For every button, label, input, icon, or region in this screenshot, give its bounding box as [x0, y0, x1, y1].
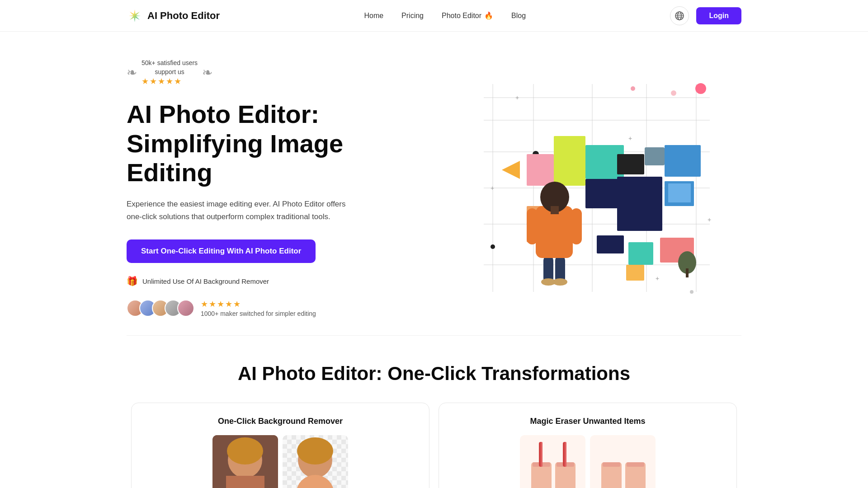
svg-point-64 [227, 437, 263, 465]
svg-rect-49 [645, 147, 665, 165]
magic-eraser-card: Magic Eraser Unwanted Items [439, 403, 737, 488]
svg-point-26 [690, 290, 693, 294]
nav-blog[interactable]: Blog [511, 12, 526, 20]
fire-icon: 🔥 [484, 11, 493, 20]
login-button[interactable]: Login [696, 7, 741, 24]
svg-rect-48 [668, 183, 691, 202]
hero-description: Experience the easiest image editing eve… [127, 198, 362, 223]
badge-text-line1: 50k+ satisfied users [142, 59, 198, 68]
svg-point-18 [671, 90, 676, 96]
navbar: AI Photo Editor Home Pricing Photo Edito… [0, 0, 868, 32]
transformations-section: AI Photo Editor: One-Click Transformatio… [0, 336, 868, 488]
feature-badge: 🎁 Unlimited Use Of AI Background Remover [127, 276, 407, 286]
navbar-right: Login [670, 6, 741, 25]
social-proof: ★★★★★ 1000+ maker switched for simpler e… [127, 299, 407, 317]
hero-section: ❧ 50k+ satisfied users support us ★★★★★ … [0, 32, 868, 335]
proof-text: ★★★★★ 1000+ maker switched for simpler e… [201, 299, 316, 317]
svg-rect-73 [520, 435, 585, 488]
badge-stars: ★★★★★ [142, 76, 198, 86]
cta-button[interactable]: Start One-Click Editing With AI Photo Ed… [127, 239, 316, 263]
after-image [283, 435, 348, 488]
svg-rect-65 [226, 476, 264, 488]
svg-point-17 [631, 86, 635, 91]
logo-link[interactable]: AI Photo Editor [127, 8, 220, 24]
svg-rect-82 [590, 435, 656, 488]
bg-remover-card: One-Click Background Remover [131, 403, 429, 488]
nav-pricing[interactable]: Pricing [401, 12, 424, 20]
magic-eraser-title: Magic Eraser Unwanted Items [453, 417, 723, 426]
svg-rect-57 [527, 208, 538, 244]
avatar-5 [177, 300, 194, 317]
svg-text:+: + [628, 135, 632, 142]
hero-right: + + + + + + [434, 75, 741, 301]
svg-rect-77 [541, 442, 542, 467]
feature-text: Unlimited Use Of AI Background Remover [142, 277, 269, 285]
nav-home[interactable]: Home [364, 12, 383, 20]
user-badge: ❧ 50k+ satisfied users support us ★★★★★ … [127, 59, 407, 86]
cards-row: One-Click Background Remover [0, 403, 868, 488]
bg-remover-title: One-Click Background Remover [145, 417, 415, 426]
svg-marker-33 [502, 161, 520, 179]
hero-left: ❧ 50k+ satisfied users support us ★★★★★ … [127, 59, 407, 317]
svg-text:+: + [708, 216, 711, 223]
svg-point-55 [553, 278, 567, 286]
navbar-links: Home Pricing Photo Editor 🔥 Blog [364, 11, 526, 20]
svg-rect-45 [597, 235, 624, 253]
hero-title: AI Photo Editor: Simplifying Image Editi… [127, 100, 407, 187]
svg-rect-60 [551, 206, 559, 214]
svg-rect-58 [571, 208, 582, 244]
logo-text: AI Photo Editor [147, 10, 220, 22]
svg-rect-46 [626, 265, 644, 281]
before-image [212, 435, 278, 488]
nav-photo-editor[interactable]: Photo Editor 🔥 [442, 11, 493, 20]
svg-text:+: + [515, 94, 519, 101]
svg-point-24 [491, 244, 495, 249]
avatar-group [127, 300, 194, 317]
laurel-right-icon: ❧ [202, 65, 212, 80]
language-button[interactable] [670, 6, 689, 25]
cup-after-image [590, 435, 656, 488]
bg-remover-images [145, 435, 415, 488]
svg-point-71 [297, 437, 333, 465]
svg-text:+: + [491, 184, 494, 192]
section-title: AI Photo Editor: One-Click Transformatio… [9, 363, 859, 385]
svg-rect-86 [627, 462, 644, 467]
section-title-wrap: AI Photo Editor: One-Click Transformatio… [0, 336, 868, 403]
svg-rect-34 [527, 154, 554, 186]
svg-rect-41 [628, 242, 653, 265]
proof-label: 1000+ maker switched for simpler editing [201, 310, 316, 317]
svg-rect-35 [554, 136, 585, 186]
magic-eraser-images [453, 435, 723, 488]
svg-rect-81 [565, 442, 566, 467]
svg-point-19 [695, 83, 706, 94]
logo-icon [127, 8, 143, 24]
svg-rect-84 [603, 462, 620, 467]
svg-rect-43 [665, 145, 701, 177]
badge-text-line2: support us [142, 68, 198, 77]
laurel-left-icon: ❧ [127, 65, 137, 80]
svg-rect-39 [617, 177, 662, 231]
proof-stars: ★★★★★ [201, 299, 316, 309]
svg-text:+: + [656, 275, 659, 282]
gift-icon: 🎁 [127, 276, 138, 286]
svg-rect-51 [686, 268, 689, 277]
cup-before-image [520, 435, 585, 488]
globe-icon [675, 11, 684, 21]
hero-illustration: + + + + + + [457, 75, 719, 301]
svg-rect-44 [617, 154, 644, 174]
